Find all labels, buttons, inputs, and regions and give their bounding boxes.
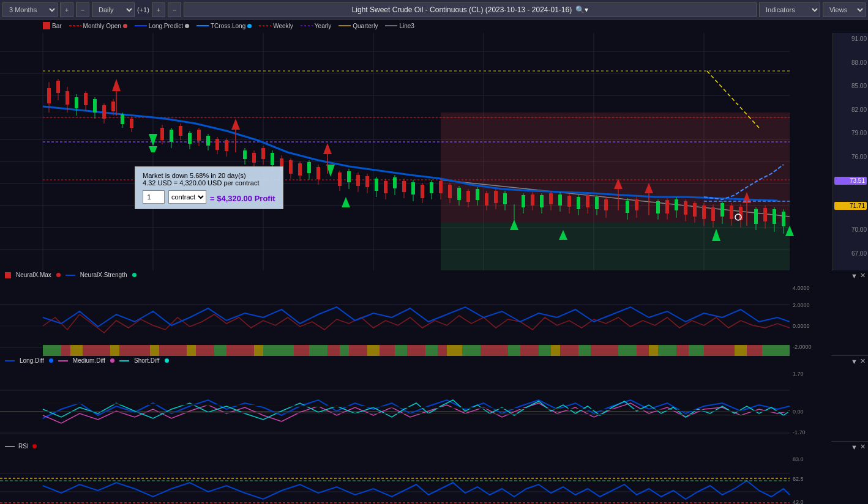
svg-rect-38 <box>65 91 69 105</box>
neuralx-max-label: NeuralX.Max <box>16 272 51 278</box>
rsi-controls: ▼ ✕ <box>851 443 866 451</box>
rsi-close-icon[interactable]: ✕ <box>860 443 866 451</box>
legend-bar: Bar <box>43 22 62 29</box>
price-70: 70.00 <box>834 226 867 233</box>
price-85: 85.00 <box>834 83 867 89</box>
svg-rect-72 <box>215 139 219 150</box>
price-7171: 71.71 <box>834 202 867 210</box>
diff-panel: Long.Diff Medium.Diff Short.Diff ▼ ✕ <box>0 356 868 442</box>
neuralx-collapse-icon[interactable]: ▼ <box>851 272 858 280</box>
main-chart: Bar Monthly Open Long.Predict <box>0 20 868 270</box>
svg-rect-42 <box>84 93 88 105</box>
svg-text:83.0: 83.0 <box>793 456 804 462</box>
svg-text:62.5: 62.5 <box>793 476 804 482</box>
delta-label: (+1) <box>137 6 149 13</box>
svg-rect-158 <box>595 197 599 209</box>
svg-rect-58 <box>160 128 164 140</box>
legend-weekly: Weekly <box>259 23 293 29</box>
svg-rect-70 <box>206 136 210 146</box>
svg-rect-80 <box>261 148 265 159</box>
diff-header: Long.Diff Medium.Diff Short.Diff <box>5 357 169 364</box>
add-period-button[interactable]: + <box>60 2 73 17</box>
tooltip-line2: 4.32 USD = 4,320.00 USD per contract <box>143 179 275 187</box>
svg-rect-160 <box>604 199 608 210</box>
svg-text:2.0000: 2.0000 <box>793 302 810 308</box>
price-76: 76.00 <box>834 154 867 160</box>
period-select[interactable]: 3 Months 1 Month 6 Months 1 Year <box>2 2 58 17</box>
rsi-panel: RSI ▼ ✕ 83.0 62.5 42.0 21.5 <box>0 442 868 504</box>
neuralx-controls: ▼ ✕ <box>851 272 866 280</box>
svg-rect-95 <box>338 172 342 186</box>
rsi-line-icon <box>5 445 15 448</box>
rsi-header: RSI <box>5 443 37 450</box>
diff-close-icon[interactable]: ✕ <box>860 357 866 365</box>
svg-rect-113 <box>411 182 415 195</box>
svg-rect-287 <box>0 455 831 504</box>
contracts-input[interactable] <box>143 190 165 204</box>
chart-legend: Bar Monthly Open Long.Predict <box>43 22 414 29</box>
svg-rect-162 <box>626 201 629 213</box>
svg-rect-183 <box>720 203 724 217</box>
svg-rect-48 <box>102 105 106 119</box>
svg-rect-148 <box>549 193 553 204</box>
price-82: 82.00 <box>834 106 867 113</box>
svg-text:1.70: 1.70 <box>793 371 804 377</box>
svg-rect-195 <box>782 212 785 226</box>
rsi-label: RSI <box>18 443 29 450</box>
timeframe-select[interactable]: Daily Weekly Monthly <box>92 2 135 17</box>
svg-rect-152 <box>567 196 571 207</box>
add-delta-button[interactable]: + <box>152 2 165 17</box>
svg-rect-36 <box>56 81 60 93</box>
price-91: 91.00 <box>834 35 867 42</box>
rsi-collapse-icon[interactable]: ▼ <box>851 443 858 451</box>
search-icon[interactable]: 🔍▾ <box>575 6 588 14</box>
svg-rect-138 <box>522 195 525 207</box>
svg-rect-27 <box>441 223 790 272</box>
svg-rect-156 <box>586 195 589 207</box>
svg-rect-54 <box>130 119 133 128</box>
svg-rect-103 <box>365 176 369 187</box>
svg-rect-177 <box>702 206 706 219</box>
diff-collapse-icon[interactable]: ▼ <box>851 358 858 365</box>
tooltip-box: Market is down 5.68% in 20 day(s) 4.32 U… <box>135 166 283 209</box>
neuralx-max-icon <box>5 272 11 278</box>
neuralx-close-icon[interactable]: ✕ <box>860 272 866 280</box>
price-88: 88.00 <box>834 59 867 66</box>
monthly-open-dot <box>123 24 127 28</box>
svg-rect-64 <box>188 133 192 144</box>
svg-rect-52 <box>121 114 124 124</box>
neuralx-strength-dot <box>132 273 137 277</box>
short-diff-label: Short.Diff <box>134 357 160 364</box>
svg-rect-66 <box>197 130 201 141</box>
svg-rect-132 <box>485 193 488 206</box>
legend-tcross-long: TCross.Long <box>196 23 252 29</box>
svg-rect-185 <box>730 206 733 219</box>
minus-delta-button[interactable]: − <box>168 2 181 17</box>
indicators-select[interactable]: Indicators <box>759 2 820 17</box>
contract-type-select[interactable]: contract <box>168 190 206 204</box>
svg-rect-34 <box>47 88 51 103</box>
neuralx-strength-line <box>65 273 75 277</box>
views-select[interactable]: Views <box>823 2 866 17</box>
medium-diff-dot <box>110 358 114 363</box>
minus-period-button[interactable]: − <box>76 2 89 17</box>
svg-rect-44 <box>93 99 97 113</box>
svg-rect-193 <box>773 209 776 224</box>
svg-rect-76 <box>243 150 247 159</box>
tooltip-line1: Market is down 5.68% in 20 day(s) <box>143 172 275 179</box>
svg-rect-173 <box>684 201 687 215</box>
svg-rect-189 <box>754 209 758 224</box>
neuralx-header: NeuralX.Max NeuralX.Strength <box>5 272 137 278</box>
svg-rect-26 <box>441 113 790 223</box>
svg-rect-136 <box>503 193 507 204</box>
long-predict-icon <box>135 23 147 28</box>
legend-line3: Line3 <box>385 23 414 29</box>
long-diff-label: Long.Diff <box>20 357 44 364</box>
chart-title: Light Sweet Crude Oil - Continuous (CL) … <box>184 2 757 17</box>
price-scale: 91.00 88.00 85.00 82.00 79.00 76.00 73.5… <box>832 33 868 283</box>
svg-rect-116 <box>421 185 424 198</box>
neuralx-max-dot <box>56 273 61 277</box>
long-predict-dot <box>185 24 189 28</box>
svg-rect-166 <box>656 201 660 213</box>
svg-rect-175 <box>693 203 697 217</box>
